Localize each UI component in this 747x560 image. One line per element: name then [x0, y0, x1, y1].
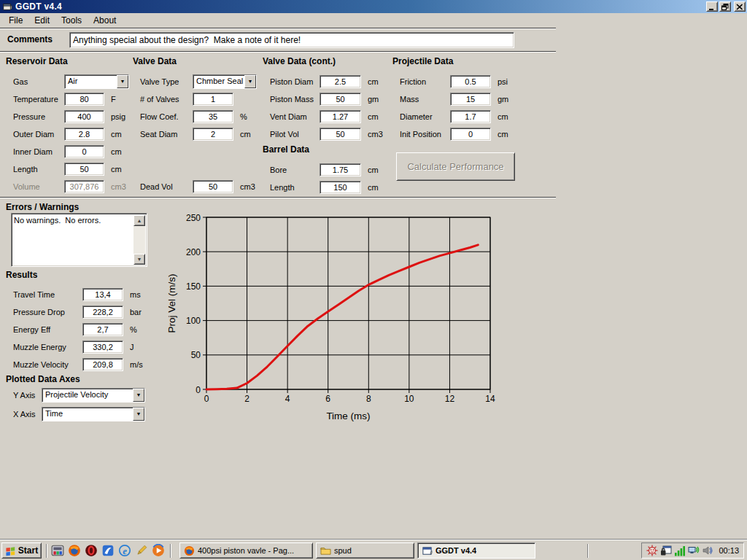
field-row-init-position: Init Position0cm	[400, 125, 508, 143]
messenger-icon[interactable]	[101, 544, 115, 557]
muzzle-velocity-input[interactable]: 209,8	[82, 358, 123, 371]
close-button[interactable]	[734, 1, 746, 12]
scheduler-icon[interactable]	[646, 545, 658, 556]
svg-text:Proj Vel (m/s): Proj Vel (m/s)	[166, 273, 177, 332]
divider	[46, 544, 47, 558]
svg-text:250: 250	[186, 213, 201, 223]
pressure-drop-label: Pressure Drop	[13, 308, 82, 316]
menu-item-tools[interactable]: Tools	[55, 14, 88, 27]
barrel-length-input[interactable]: 150	[320, 181, 361, 194]
bore-input[interactable]: 1.75	[320, 163, 361, 176]
windows-media-player-icon[interactable]	[152, 544, 165, 557]
temperature-label: Temperature	[13, 95, 64, 104]
gas-label: Gas	[13, 77, 64, 86]
svg-text:6: 6	[325, 394, 330, 404]
piston-mass-input[interactable]: 50	[320, 93, 361, 106]
svg-text:2: 2	[244, 394, 249, 404]
pressure-input[interactable]: 400	[64, 110, 104, 123]
dead-vol-input[interactable]: 50	[193, 180, 233, 193]
friction-input[interactable]: 0.5	[450, 75, 491, 88]
dead-vol-unit: cm3	[240, 182, 255, 191]
security-window-icon[interactable]	[660, 545, 672, 556]
section-title-valve: Valve Data	[133, 56, 177, 66]
chevron-down-icon[interactable]: ▼	[133, 389, 144, 402]
field-row-muzzle-energy: Muzzle Energy330,2J	[13, 338, 143, 356]
taskbar-button-400psi-piston-vavle-pag[interactable]: 400psi piston vavle - Pag...	[179, 542, 313, 559]
taskbar-button-label: 400psi piston vavle - Pag...	[198, 546, 294, 555]
field-row-dead-vol: Dead Vol50cm3	[140, 178, 257, 195]
internet-explorer-icon[interactable]: e	[118, 544, 131, 557]
piston-diam-unit: cm	[368, 77, 379, 86]
field-row-travel-time: Travel Time13,4ms	[13, 286, 143, 303]
folder-icon	[320, 545, 331, 556]
barrel-length-label: Length	[270, 183, 320, 192]
signal-bars-icon[interactable]	[674, 545, 686, 556]
app-icon	[2, 1, 12, 12]
volume-input[interactable]: 307,876	[64, 180, 104, 193]
calculate-performance-button[interactable]: Calculate Performance	[396, 152, 515, 181]
field-row-mass: Mass15gm	[400, 90, 508, 108]
errors-warnings-box[interactable]: No warnings. No errors. ▲ ▼	[11, 213, 147, 267]
length-input[interactable]: 50	[64, 163, 104, 176]
scroll-up-icon[interactable]: ▲	[133, 215, 145, 226]
y-axis-label: Y Axis	[13, 391, 42, 400]
energy-eff-input[interactable]: 2,7	[82, 323, 123, 336]
volume-label: Volume	[13, 182, 64, 191]
valve-type-select[interactable]: Chmber Seal▼	[193, 74, 257, 89]
chevron-down-icon[interactable]: ▼	[117, 75, 128, 88]
init-position-label: Init Position	[400, 130, 450, 139]
mass-input[interactable]: 15	[450, 93, 491, 106]
pressure-drop-input[interactable]: 228,2	[82, 306, 123, 319]
menu-item-file[interactable]: File	[3, 14, 28, 27]
svg-text:0: 0	[204, 394, 209, 404]
projectile-fields: Friction0.5psiMass15gmDiameter1.7cmInit …	[400, 73, 508, 143]
inner-diam-input[interactable]: 0	[64, 145, 104, 158]
scroll-down-icon[interactable]: ▼	[133, 254, 145, 265]
chevron-down-icon[interactable]: ▼	[133, 408, 144, 421]
y-axis-select[interactable]: Projectile Velocity▼	[42, 388, 145, 402]
bore-label: Bore	[270, 166, 320, 174]
gas-select[interactable]: Air▼	[64, 74, 129, 89]
minimize-button[interactable]	[706, 1, 718, 12]
menu-item-edit[interactable]: Edit	[28, 14, 55, 27]
opera-icon[interactable]	[85, 544, 98, 557]
field-row-outer-diam: Outer Diam2.8cm	[13, 125, 129, 143]
svg-text:0: 0	[196, 385, 201, 395]
scrollbar[interactable]: ▲ ▼	[133, 215, 145, 265]
network-sound-icon[interactable]	[688, 545, 700, 556]
volume-icon[interactable]	[702, 545, 713, 556]
num-valves-input[interactable]: 1	[193, 93, 233, 106]
menu-item-about[interactable]: About	[88, 14, 122, 27]
x-axis-select[interactable]: Time▼	[42, 407, 145, 421]
restore-button[interactable]	[719, 1, 731, 12]
errors-warnings-title: Errors / Warnings	[6, 202, 79, 212]
field-row-vent-diam: Vent Diam1.27cm	[270, 108, 383, 125]
svg-text:14: 14	[485, 394, 495, 404]
comments-input[interactable]	[69, 32, 514, 48]
mass-label: Mass	[400, 95, 450, 104]
media-player-classic-icon[interactable]	[51, 544, 64, 557]
firefox-icon[interactable]	[68, 544, 81, 557]
taskbar-button-ggdt-v4-4[interactable]: GGDT v4.4	[417, 542, 535, 559]
vent-diam-input[interactable]: 1.27	[320, 110, 361, 123]
travel-time-input[interactable]: 13,4	[82, 288, 123, 301]
diameter-input[interactable]: 1.7	[450, 110, 491, 123]
seat-diam-input[interactable]: 2	[193, 128, 233, 141]
muzzle-energy-input[interactable]: 330,2	[82, 341, 123, 354]
outer-diam-input[interactable]: 2.8	[64, 128, 104, 141]
piston-diam-input[interactable]: 2.5	[320, 75, 361, 88]
bore-unit: cm	[368, 166, 379, 174]
barrel-fields: Bore1.75cmLength150cm	[270, 161, 379, 196]
field-row-valve-type: Valve TypeChmber Seal▼	[140, 73, 257, 90]
init-position-input[interactable]: 0	[450, 128, 491, 141]
winamp-icon[interactable]	[135, 544, 148, 557]
temperature-input[interactable]: 80	[64, 93, 104, 106]
taskbar-button-spud[interactable]: spud	[316, 542, 414, 559]
piston-diam-label: Piston Diam	[270, 77, 320, 86]
vent-diam-unit: cm	[368, 112, 379, 121]
pilot-vol-input[interactable]: 50	[320, 128, 361, 141]
flow-coef-input[interactable]: 35	[193, 110, 233, 123]
taskbar-clock: 00:13	[719, 546, 739, 555]
start-button[interactable]: Start	[1, 542, 42, 559]
chevron-down-icon[interactable]: ▼	[244, 75, 256, 88]
